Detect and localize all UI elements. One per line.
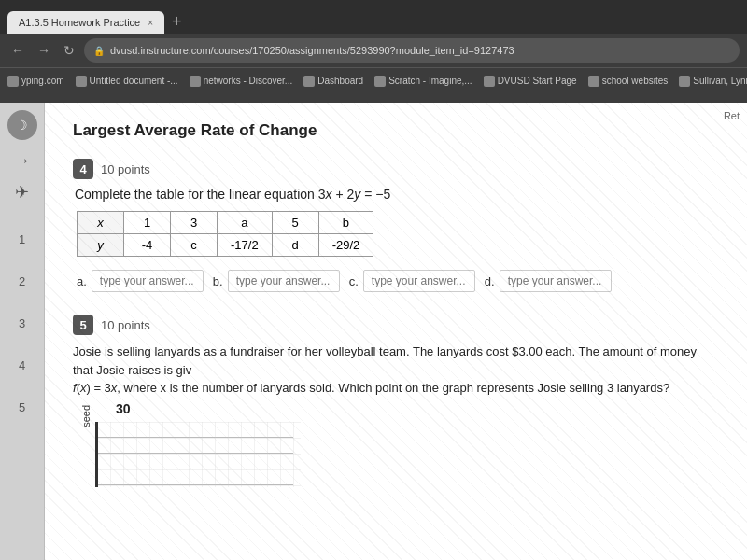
bookmark-favicon [7, 76, 19, 87]
bookmark-scratch[interactable]: Scratch - Imagine,... [374, 76, 472, 87]
bookmark-favicon [679, 76, 690, 87]
answer-a-group: a. [77, 270, 204, 292]
y-val-c: c [171, 234, 218, 257]
graph-area: seed 30 [77, 405, 719, 487]
question-5-points: 10 points [101, 318, 150, 332]
answer-b-group: b. [213, 270, 340, 292]
tab-close-button[interactable]: × [148, 18, 153, 28]
answer-b-input[interactable] [228, 270, 340, 292]
bookmark-networks[interactable]: networks - Discover... [190, 76, 293, 87]
bookmark-school[interactable]: school websites [588, 76, 669, 87]
y-val-29: -29/2 [318, 234, 374, 257]
answer-a-input[interactable] [92, 270, 204, 292]
bookmark-label: Scratch - Imagine,... [388, 76, 472, 86]
question-5-header: 5 10 points [73, 315, 719, 335]
answer-a-label: a. [77, 274, 87, 288]
bookmark-favicon [588, 76, 599, 87]
back-button[interactable]: ← [7, 41, 28, 60]
x-val-1: 1 [124, 212, 171, 234]
x-val-3: 3 [171, 212, 218, 234]
x-label: x [78, 212, 124, 234]
x-val-a: a [218, 212, 273, 234]
answer-d-group: d. [485, 270, 612, 292]
bookmark-label: school websites [602, 76, 669, 86]
question-4-text: Complete the table for the linear equati… [75, 187, 719, 202]
bookmark-dashboard[interactable]: Dashboard [303, 76, 363, 87]
answer-c-group: c. [349, 270, 475, 292]
sidebar-num-1[interactable]: 1 [19, 232, 25, 246]
answer-c-label: c. [349, 274, 359, 288]
bookmark-label: DVUSD Start Page [498, 76, 577, 86]
bookmark-label: Untitled document -... [90, 76, 178, 86]
bookmark-untitled[interactable]: Untitled document -... [76, 76, 178, 87]
table-row-y: y -4 c -17/2 d -29/2 [78, 234, 374, 257]
new-tab-button[interactable]: + [164, 13, 190, 30]
main-content: Ret Largest Average Rate of Change 4 10 … [45, 103, 747, 560]
sidebar-logo: ☽ [7, 110, 37, 140]
bookmark-favicon [190, 76, 201, 87]
question-4-number: 4 [73, 159, 93, 179]
x-val-5: 5 [272, 212, 318, 234]
tab-bar: A1.3.5 Homework Practice × + [0, 0, 747, 34]
y-val-d: d [272, 234, 318, 257]
browser-chrome: A1.3.5 Homework Practice × + ← → ↻ 🔒 dvu… [0, 0, 747, 103]
question-4-points: 10 points [101, 162, 150, 176]
arrow-icon[interactable]: → [14, 151, 31, 171]
answer-b-label: b. [213, 274, 223, 288]
address-bar-row: ← → ↻ 🔒 dvusd.instructure.com/courses/17… [0, 34, 747, 67]
sidebar-num-3[interactable]: 3 [19, 316, 25, 330]
bookmark-favicon [484, 76, 495, 87]
answer-c-input[interactable] [363, 270, 475, 292]
bookmark-label: yping.com [21, 76, 64, 86]
page-title: Largest Average Rate of Change [73, 121, 719, 140]
answers-row: a. b. c. d. [77, 270, 719, 292]
nav-icon[interactable]: ✈ [15, 182, 29, 203]
question-4-header: 4 10 points [73, 159, 719, 179]
bookmark-favicon [76, 76, 87, 87]
question-5-block: 5 10 points Josie is selling lanyards as… [73, 315, 719, 487]
bookmark-favicon [374, 76, 386, 87]
y-val-neg4: -4 [124, 234, 171, 257]
address-text: dvusd.instructure.com/courses/170250/ass… [110, 45, 514, 56]
tab-title: A1.3.5 Homework Practice [19, 17, 140, 28]
graph-number-30: 30 [116, 401, 131, 416]
graph-container: 30 [95, 405, 293, 487]
question-4-block: 4 10 points Complete the table for the l… [73, 159, 719, 292]
sidebar-num-5[interactable]: 5 [19, 400, 25, 414]
answer-d-label: d. [485, 274, 495, 288]
sidebar-num-2[interactable]: 2 [19, 274, 25, 288]
bookmark-favicon [303, 76, 315, 87]
y-val-17: -17/2 [218, 234, 273, 257]
sidebar-numbers: 1 2 3 4 5 [19, 232, 25, 414]
logo-symbol: ☽ [16, 118, 28, 133]
sidebar: ☽ → ✈ 1 2 3 4 5 [0, 103, 45, 560]
bookmarks-bar: yping.com Untitled document -... network… [0, 67, 747, 93]
content-inner: Largest Average Rate of Change 4 10 poin… [45, 103, 747, 506]
ret-button[interactable]: Ret [724, 110, 740, 121]
bookmark-label: Dashboard [317, 76, 363, 86]
bookmark-label: Sullivan, Lynn / Cla... [693, 76, 747, 86]
forward-button[interactable]: → [34, 41, 54, 60]
sidebar-num-4[interactable]: 4 [19, 358, 25, 372]
svg-rect-0 [97, 422, 301, 487]
question-5-text: Josie is selling lanyards as a fundraise… [73, 343, 719, 398]
lock-icon: 🔒 [93, 46, 105, 56]
table-row-x: x 1 3 a 5 b [78, 212, 374, 234]
y-label: y [78, 234, 124, 257]
bookmark-sullivan[interactable]: Sullivan, Lynn / Cla... [679, 76, 747, 87]
x-val-b: b [318, 212, 374, 234]
active-tab[interactable]: A1.3.5 Homework Practice × [7, 11, 164, 34]
bookmark-dvusd[interactable]: DVUSD Start Page [484, 76, 577, 87]
refresh-button[interactable]: ↻ [60, 41, 78, 60]
graph-grid-svg [97, 422, 303, 487]
y-axis-label: seed [77, 405, 92, 427]
address-bar[interactable]: 🔒 dvusd.instructure.com/courses/170250/a… [84, 38, 740, 63]
question-5-number: 5 [73, 315, 93, 335]
page-content: ☽ → ✈ 1 2 3 4 5 Ret Largest Average Rate… [0, 103, 747, 560]
bookmark-label: networks - Discover... [204, 76, 293, 86]
answer-d-input[interactable] [500, 270, 612, 292]
equation-table: x 1 3 a 5 b y -4 c -17/2 d -29/2 [77, 211, 374, 257]
bookmark-yping[interactable]: yping.com [7, 76, 64, 87]
